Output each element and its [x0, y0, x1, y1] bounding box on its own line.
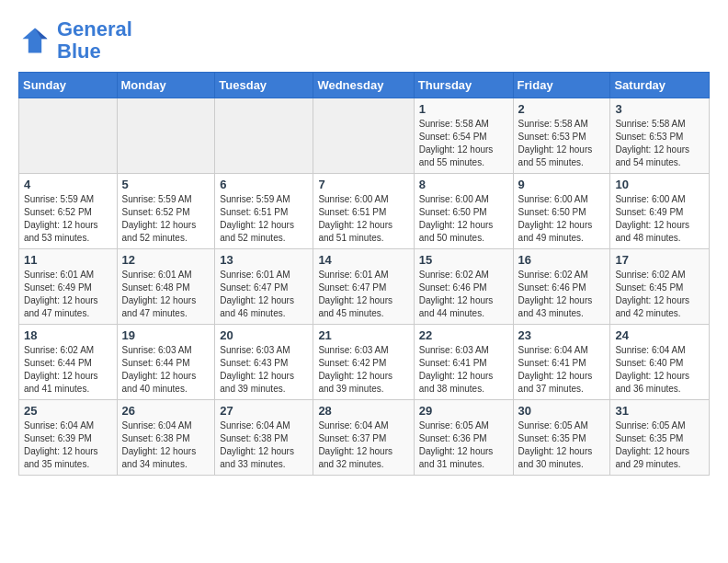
- day-info: Sunrise: 6:04 AM Sunset: 6:38 PM Dayligh…: [122, 419, 210, 471]
- calendar-cell: 1Sunrise: 5:58 AM Sunset: 6:54 PM Daylig…: [414, 98, 513, 174]
- calendar-cell: 16Sunrise: 6:02 AM Sunset: 6:46 PM Dayli…: [513, 249, 610, 325]
- calendar-table: SundayMondayTuesdayWednesdayThursdayFrid…: [18, 72, 710, 476]
- calendar-cell: [117, 98, 215, 174]
- calendar-cell: 14Sunrise: 6:01 AM Sunset: 6:47 PM Dayli…: [313, 249, 414, 325]
- day-number: 14: [318, 253, 408, 267]
- weekday-header-friday: Friday: [513, 73, 610, 98]
- day-number: 3: [615, 102, 704, 116]
- day-info: Sunrise: 6:01 AM Sunset: 6:47 PM Dayligh…: [318, 269, 408, 320]
- day-info: Sunrise: 6:03 AM Sunset: 6:42 PM Dayligh…: [318, 344, 408, 396]
- calendar-week-4: 18Sunrise: 6:02 AM Sunset: 6:44 PM Dayli…: [19, 325, 710, 400]
- weekday-header-row: SundayMondayTuesdayWednesdayThursdayFrid…: [19, 73, 710, 98]
- day-number: 29: [419, 404, 508, 418]
- day-info: Sunrise: 6:04 AM Sunset: 6:38 PM Dayligh…: [220, 419, 308, 471]
- calendar-cell: 26Sunrise: 6:04 AM Sunset: 6:38 PM Dayli…: [117, 400, 215, 476]
- day-number: 16: [518, 253, 606, 267]
- day-info: Sunrise: 5:58 AM Sunset: 6:53 PM Dayligh…: [518, 118, 606, 169]
- day-number: 10: [615, 178, 704, 191]
- day-number: 2: [518, 102, 606, 116]
- day-number: 25: [24, 404, 112, 418]
- logo-text: General Blue: [57, 18, 132, 63]
- calendar-cell: 18Sunrise: 6:02 AM Sunset: 6:44 PM Dayli…: [19, 325, 118, 400]
- calendar-cell: [215, 98, 313, 174]
- day-info: Sunrise: 6:00 AM Sunset: 6:49 PM Dayligh…: [615, 193, 704, 245]
- day-info: Sunrise: 6:01 AM Sunset: 6:47 PM Dayligh…: [220, 269, 308, 320]
- calendar-week-2: 4Sunrise: 5:59 AM Sunset: 6:52 PM Daylig…: [19, 174, 710, 249]
- day-number: 26: [122, 404, 210, 418]
- calendar-cell: 19Sunrise: 6:03 AM Sunset: 6:44 PM Dayli…: [117, 325, 215, 400]
- day-number: 4: [24, 178, 112, 191]
- calendar-cell: 10Sunrise: 6:00 AM Sunset: 6:49 PM Dayli…: [610, 174, 710, 249]
- day-number: 20: [220, 328, 308, 342]
- day-info: Sunrise: 6:04 AM Sunset: 6:39 PM Dayligh…: [24, 419, 112, 471]
- day-number: 31: [615, 404, 704, 418]
- day-info: Sunrise: 6:04 AM Sunset: 6:41 PM Dayligh…: [518, 344, 606, 396]
- day-number: 19: [122, 328, 210, 342]
- day-info: Sunrise: 6:00 AM Sunset: 6:50 PM Dayligh…: [419, 193, 508, 245]
- calendar-cell: 20Sunrise: 6:03 AM Sunset: 6:43 PM Dayli…: [215, 325, 313, 400]
- calendar-cell: 11Sunrise: 6:01 AM Sunset: 6:49 PM Dayli…: [19, 249, 118, 325]
- calendar-cell: 6Sunrise: 5:59 AM Sunset: 6:51 PM Daylig…: [215, 174, 313, 249]
- day-info: Sunrise: 6:05 AM Sunset: 6:35 PM Dayligh…: [615, 419, 704, 471]
- svg-marker-1: [23, 29, 48, 53]
- calendar-cell: 29Sunrise: 6:05 AM Sunset: 6:36 PM Dayli…: [414, 400, 513, 476]
- calendar-week-3: 11Sunrise: 6:01 AM Sunset: 6:49 PM Dayli…: [19, 249, 710, 325]
- weekday-header-tuesday: Tuesday: [215, 73, 313, 98]
- day-number: 30: [518, 404, 606, 418]
- calendar-cell: 7Sunrise: 6:00 AM Sunset: 6:51 PM Daylig…: [313, 174, 414, 249]
- day-info: Sunrise: 6:03 AM Sunset: 6:43 PM Dayligh…: [220, 344, 308, 396]
- day-info: Sunrise: 5:58 AM Sunset: 6:54 PM Dayligh…: [419, 118, 508, 169]
- day-number: 9: [518, 178, 606, 191]
- day-info: Sunrise: 6:05 AM Sunset: 6:35 PM Dayligh…: [518, 419, 606, 471]
- day-info: Sunrise: 6:04 AM Sunset: 6:40 PM Dayligh…: [615, 344, 704, 396]
- calendar-cell: 27Sunrise: 6:04 AM Sunset: 6:38 PM Dayli…: [215, 400, 313, 476]
- day-number: 21: [318, 328, 408, 342]
- day-number: 22: [419, 328, 508, 342]
- calendar-cell: 23Sunrise: 6:04 AM Sunset: 6:41 PM Dayli…: [513, 325, 610, 400]
- day-info: Sunrise: 6:00 AM Sunset: 6:50 PM Dayligh…: [518, 193, 606, 245]
- calendar-week-5: 25Sunrise: 6:04 AM Sunset: 6:39 PM Dayli…: [19, 400, 710, 476]
- calendar-cell: 4Sunrise: 5:59 AM Sunset: 6:52 PM Daylig…: [19, 174, 118, 249]
- day-number: 12: [122, 253, 210, 267]
- day-number: 18: [24, 328, 112, 342]
- day-info: Sunrise: 6:03 AM Sunset: 6:41 PM Dayligh…: [419, 344, 508, 396]
- weekday-header-thursday: Thursday: [414, 73, 513, 98]
- day-number: 15: [419, 253, 508, 267]
- day-number: 7: [318, 178, 408, 191]
- day-number: 24: [615, 328, 704, 342]
- day-number: 1: [419, 102, 508, 116]
- day-info: Sunrise: 5:59 AM Sunset: 6:52 PM Dayligh…: [24, 193, 112, 245]
- day-number: 11: [24, 253, 112, 267]
- calendar-cell: 12Sunrise: 6:01 AM Sunset: 6:48 PM Dayli…: [117, 249, 215, 325]
- calendar-cell: 2Sunrise: 5:58 AM Sunset: 6:53 PM Daylig…: [513, 98, 610, 174]
- calendar-cell: 21Sunrise: 6:03 AM Sunset: 6:42 PM Dayli…: [313, 325, 414, 400]
- day-info: Sunrise: 6:03 AM Sunset: 6:44 PM Dayligh…: [122, 344, 210, 396]
- weekday-header-sunday: Sunday: [19, 73, 118, 98]
- calendar-cell: 5Sunrise: 5:59 AM Sunset: 6:52 PM Daylig…: [117, 174, 215, 249]
- calendar-cell: 13Sunrise: 6:01 AM Sunset: 6:47 PM Dayli…: [215, 249, 313, 325]
- day-number: 17: [615, 253, 704, 267]
- day-info: Sunrise: 5:59 AM Sunset: 6:52 PM Dayligh…: [122, 193, 210, 245]
- weekday-header-monday: Monday: [117, 73, 215, 98]
- calendar-cell: 25Sunrise: 6:04 AM Sunset: 6:39 PM Dayli…: [19, 400, 118, 476]
- calendar-cell: 31Sunrise: 6:05 AM Sunset: 6:35 PM Dayli…: [610, 400, 710, 476]
- day-info: Sunrise: 6:05 AM Sunset: 6:36 PM Dayligh…: [419, 419, 508, 471]
- day-info: Sunrise: 6:02 AM Sunset: 6:44 PM Dayligh…: [24, 344, 112, 396]
- calendar-cell: 22Sunrise: 6:03 AM Sunset: 6:41 PM Dayli…: [414, 325, 513, 400]
- day-info: Sunrise: 6:02 AM Sunset: 6:45 PM Dayligh…: [615, 269, 704, 320]
- calendar-cell: [19, 98, 118, 174]
- day-info: Sunrise: 6:02 AM Sunset: 6:46 PM Dayligh…: [518, 269, 606, 320]
- day-number: 5: [122, 178, 210, 191]
- calendar-cell: 8Sunrise: 6:00 AM Sunset: 6:50 PM Daylig…: [414, 174, 513, 249]
- calendar-cell: [313, 98, 414, 174]
- calendar-cell: 3Sunrise: 5:58 AM Sunset: 6:53 PM Daylig…: [610, 98, 710, 174]
- day-info: Sunrise: 6:01 AM Sunset: 6:49 PM Dayligh…: [24, 269, 112, 320]
- day-info: Sunrise: 5:58 AM Sunset: 6:53 PM Dayligh…: [615, 118, 704, 169]
- calendar-cell: 9Sunrise: 6:00 AM Sunset: 6:50 PM Daylig…: [513, 174, 610, 249]
- calendar-cell: 28Sunrise: 6:04 AM Sunset: 6:37 PM Dayli…: [313, 400, 414, 476]
- day-number: 6: [220, 178, 308, 191]
- day-number: 27: [220, 404, 308, 418]
- logo: General Blue: [18, 18, 132, 63]
- day-info: Sunrise: 6:01 AM Sunset: 6:48 PM Dayligh…: [122, 269, 210, 320]
- day-number: 28: [318, 404, 408, 418]
